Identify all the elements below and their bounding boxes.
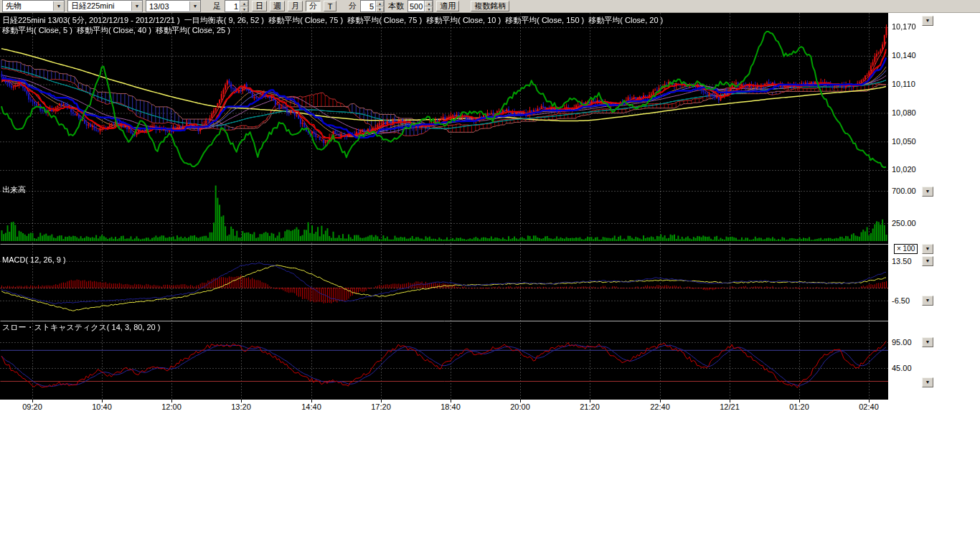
time-tick-label: 13:20 [225, 402, 257, 411]
time-axis-line [0, 399, 888, 400]
scale-adjust-button[interactable]: ▼ [922, 337, 933, 347]
scale-adjust-button[interactable]: ▼ [922, 244, 933, 254]
period-tick-button[interactable]: T [324, 1, 336, 11]
instrument-type-select[interactable]: 先物 ▼ [2, 0, 65, 12]
spinner-arrows-icon[interactable]: ▲▼ [240, 1, 248, 12]
time-tick-label: 01:20 [783, 402, 815, 411]
scale-adjust-button[interactable]: ▼ [922, 377, 933, 387]
time-tick-label: 20:00 [504, 402, 536, 411]
time-tick-label: 14:40 [296, 402, 327, 411]
scale-adjust-button[interactable]: ▼ [922, 16, 933, 26]
spinner-arrows-icon[interactable]: ▲▼ [375, 1, 384, 12]
spinner-arrows-icon[interactable]: ▲▼ [424, 1, 433, 12]
bar-count-stepper[interactable]: 500 ▲▼ [407, 0, 433, 12]
volume-tick-label: 700.00 [892, 187, 916, 195]
time-tick-label: 09:20 [17, 402, 48, 411]
period-week-button[interactable]: 週 [270, 1, 285, 11]
toolbar: 先物 ▼ 日経225mini ▼ 13/03 ▼ 足 1 ▲▼ 日 週 月 分 … [0, 0, 980, 13]
chevron-down-icon[interactable]: ▼ [53, 1, 64, 11]
volume-scale-badge: × 100 [894, 244, 918, 254]
period-minute-button[interactable]: 分 [306, 1, 321, 11]
contract-month-value: 13/03 [146, 2, 189, 11]
time-tick-label: 21:20 [574, 402, 606, 411]
time-tick-label: 02:40 [853, 402, 885, 411]
minute-label: 分 [348, 1, 357, 11]
time-tick-label: 17:20 [365, 402, 397, 411]
chart-canvas[interactable] [0, 13, 888, 399]
time-tick-label: 18:40 [435, 402, 466, 411]
macd-tick-label: -6.50 [892, 296, 910, 305]
bar-count-value: 500 [408, 2, 424, 11]
period-day-button[interactable]: 日 [252, 1, 267, 11]
price-tick-label: 10,080 [892, 108, 916, 117]
price-tick-label: 10,050 [892, 137, 916, 146]
stoch-tick-label: 95.00 [892, 338, 912, 347]
symbol-select[interactable]: 日経225mini ▼ [67, 0, 143, 12]
chevron-down-icon[interactable]: ▼ [131, 1, 142, 11]
multi-symbol-button[interactable]: 複数銘柄 [471, 1, 509, 11]
scale-adjust-button[interactable]: ▼ [922, 187, 933, 197]
time-tick-label: 12/21 [714, 402, 745, 411]
trading-chart-window: 先物 ▼ 日経225mini ▼ 13/03 ▼ 足 1 ▲▼ 日 週 月 分 … [0, 0, 980, 551]
time-tick-label: 12:00 [156, 402, 187, 411]
price-tick-label: 10,170 [892, 22, 916, 31]
stoch-tick-label: 45.00 [892, 364, 912, 372]
price-tick-label: 10,140 [892, 51, 916, 60]
apply-button[interactable]: 適用 [436, 1, 459, 11]
bar-type-label: 足 [212, 1, 222, 11]
instrument-type-value: 先物 [3, 1, 53, 11]
chevron-down-icon[interactable]: ▼ [189, 1, 200, 11]
price-tick-label: 10,110 [892, 80, 915, 88]
bar-interval-value: 1 [225, 2, 240, 11]
macd-tick-label: 13.50 [892, 257, 912, 265]
contract-month-select[interactable]: 13/03 ▼ [146, 0, 201, 12]
price-tick-label: 10,020 [892, 165, 916, 174]
symbol-value: 日経225mini [68, 1, 131, 11]
time-tick-label: 10:40 [86, 402, 118, 411]
bar-count-label: 本数 [387, 1, 405, 11]
bar-interval-stepper[interactable]: 1 ▲▼ [225, 0, 249, 12]
minute-stepper[interactable]: 5 ▲▼ [360, 0, 385, 12]
scale-adjust-button[interactable]: ▼ [922, 296, 933, 306]
period-month-button[interactable]: 月 [288, 1, 303, 11]
volume-tick-label: 250.00 [892, 219, 916, 227]
scale-adjust-button[interactable]: ▼ [922, 256, 933, 266]
minute-value: 5 [361, 2, 375, 11]
time-tick-label: 22:40 [644, 402, 676, 411]
